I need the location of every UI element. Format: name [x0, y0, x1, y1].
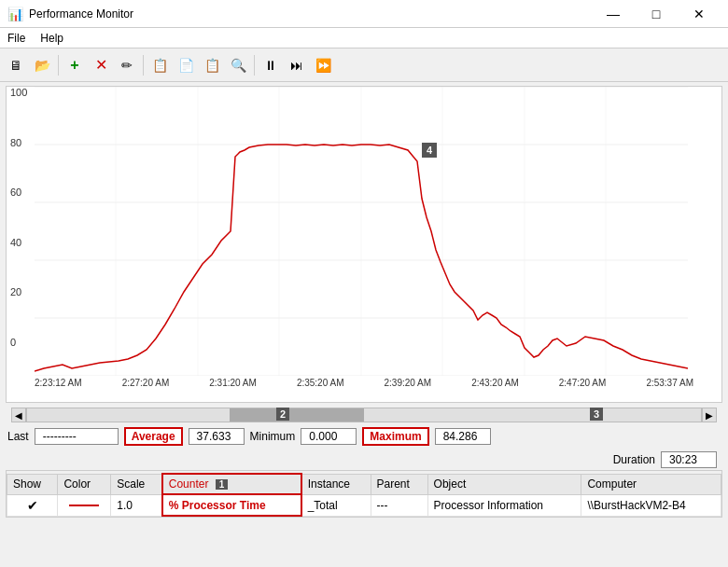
- performance-chart: [35, 87, 688, 376]
- last-value: ---------: [35, 428, 119, 445]
- chart-label-3: 3: [590, 408, 603, 421]
- tb-copy-button[interactable]: 📋: [147, 53, 172, 77]
- tb-separator-2: [143, 55, 144, 76]
- tb-zoom-button[interactable]: 🔍: [226, 53, 250, 77]
- cell-object: Processor Information: [427, 494, 581, 516]
- toolbar: 🖥 📂 + ✕ ✏ 📋 📄 📋 🔍 ⏸ ⏭ ⏩: [0, 48, 728, 82]
- tb-highlight-button[interactable]: 📋: [200, 53, 224, 77]
- duration-value: 30:23: [661, 451, 717, 468]
- minimum-label: Minimum: [250, 430, 296, 443]
- col-header-scale: Scale: [111, 474, 162, 494]
- y-label-40: 40: [10, 237, 27, 248]
- col-header-counter: Counter 1: [162, 474, 301, 494]
- average-label: Average: [124, 427, 183, 446]
- cell-color: [58, 494, 111, 516]
- menu-file[interactable]: File: [0, 30, 33, 47]
- menu-help[interactable]: Help: [33, 30, 71, 47]
- chart-area: 100 80 60 40 20 0 4: [6, 86, 722, 403]
- x-label-6: 2:47:20 AM: [559, 378, 607, 402]
- x-axis-labels: 2:23:12 AM 2:27:20 AM 2:31:20 AM 2:35:20…: [7, 376, 721, 402]
- maximum-label: Maximum: [362, 427, 428, 446]
- color-indicator: [69, 505, 99, 506]
- data-table-wrapper: Show Color Scale Counter 1 Instance Pare…: [6, 470, 722, 518]
- col-label-1: 1: [216, 479, 229, 490]
- x-label-5: 2:43:20 AM: [471, 378, 519, 402]
- duration-row: Duration 30:23: [0, 449, 724, 470]
- app-title: Performance Monitor: [29, 7, 592, 21]
- cell-computer: \\BurstHackVM2-B4: [581, 494, 721, 516]
- scrollbar-row: ◀ ▶: [11, 407, 717, 423]
- table-row[interactable]: ✔ 1.0 % Processor Time _Total --- Proces…: [7, 494, 721, 516]
- scrollbar-container: ◀ ▶ 2 3: [6, 407, 722, 423]
- minimize-button[interactable]: —: [592, 0, 635, 28]
- cell-instance: _Total: [301, 494, 371, 516]
- chart-inner: 100 80 60 40 20 0 4: [7, 87, 721, 376]
- stats-row: Last --------- Average 37.633 Minimum 0.…: [0, 423, 728, 449]
- title-bar: 📊 Performance Monitor — □ ✕: [0, 0, 728, 28]
- x-label-7: 2:53:37 AM: [646, 378, 693, 402]
- tb-separator-1: [58, 55, 59, 76]
- scroll-right-button[interactable]: ▶: [702, 408, 717, 422]
- last-label: Last: [7, 430, 29, 443]
- col-header-color: Color: [58, 474, 111, 494]
- chart-label-2: 2: [276, 408, 289, 421]
- show-checkbox[interactable]: ✔: [27, 498, 38, 513]
- average-value: 37.633: [189, 428, 245, 445]
- maximize-button[interactable]: □: [635, 0, 678, 28]
- col-header-object: Object: [427, 474, 581, 494]
- maximum-value: 84.286: [435, 428, 491, 445]
- tb-delete-button[interactable]: ✕: [89, 53, 113, 77]
- y-label-0: 0: [10, 337, 27, 348]
- menu-bar: File Help: [0, 28, 728, 48]
- y-label-20: 20: [10, 286, 27, 297]
- col-header-parent: Parent: [371, 474, 427, 494]
- tb-open-button[interactable]: 📂: [30, 53, 54, 77]
- data-table: Show Color Scale Counter 1 Instance Pare…: [7, 473, 721, 517]
- y-label-100: 100: [10, 87, 27, 98]
- scroll-left-button[interactable]: ◀: [11, 408, 26, 422]
- cell-counter: % Processor Time: [162, 494, 301, 516]
- col-header-show: Show: [7, 474, 58, 494]
- tb-properties-button[interactable]: ✏: [115, 53, 139, 77]
- cell-scale: 1.0: [111, 494, 162, 516]
- cell-parent: ---: [371, 494, 427, 516]
- x-label-2: 2:31:20 AM: [209, 378, 257, 402]
- x-label-0: 2:23:12 AM: [35, 378, 82, 402]
- tb-separator-3: [254, 55, 255, 76]
- col-header-instance: Instance: [301, 474, 371, 494]
- scroll-thumb[interactable]: [230, 408, 364, 422]
- tb-freeze-button[interactable]: ⏸: [259, 53, 283, 77]
- app-icon: 📊: [7, 7, 23, 21]
- y-axis-labels: 100 80 60 40 20 0: [10, 87, 27, 348]
- tb-next-button[interactable]: ⏭: [285, 53, 309, 77]
- y-label-60: 60: [10, 187, 27, 198]
- tb-paste-button[interactable]: 📄: [174, 53, 198, 77]
- x-label-4: 2:39:20 AM: [385, 378, 432, 402]
- x-label-1: 2:27:20 AM: [122, 378, 170, 402]
- table-header-row: Show Color Scale Counter 1 Instance Pare…: [7, 474, 721, 494]
- x-label-3: 2:35:20 AM: [297, 378, 344, 402]
- cell-show: ✔: [7, 494, 58, 516]
- tb-new-button[interactable]: 🖥: [4, 53, 28, 77]
- y-label-80: 80: [10, 137, 27, 148]
- duration-label: Duration: [613, 453, 655, 466]
- chart-label-4: 4: [422, 143, 437, 158]
- col-header-computer: Computer: [581, 474, 721, 494]
- close-button[interactable]: ✕: [678, 0, 721, 28]
- tb-add-button[interactable]: +: [63, 53, 87, 77]
- tb-forward-button[interactable]: ⏩: [311, 53, 335, 77]
- minimum-value: 0.000: [301, 428, 357, 445]
